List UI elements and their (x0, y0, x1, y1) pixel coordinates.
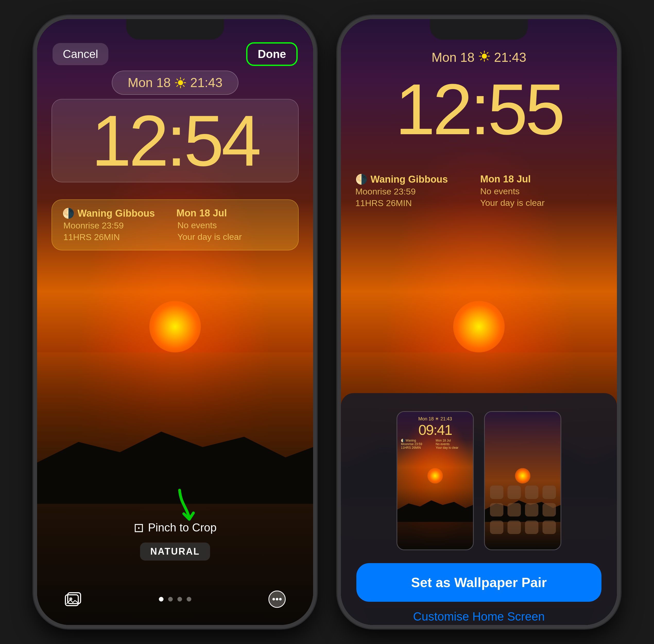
cancel-button[interactable]: Cancel (52, 43, 109, 65)
top-buttons-bar: Cancel Done (37, 42, 313, 66)
app-icon (490, 503, 504, 516)
svg-point-15 (279, 598, 282, 600)
svg-line-22 (487, 59, 488, 60)
right-cal-sub2: Your day is clear (480, 198, 603, 208)
right-date-widget: Mon 18 21:43 (431, 50, 526, 65)
bottom-sheet: Mon 18 ☀ 21:43 09:41 🌗 WaningMoonrise 23… (341, 393, 617, 625)
right-sun-icon (478, 50, 490, 65)
svg-line-6 (183, 85, 184, 86)
right-cal-title: Mon 18 Jul (480, 174, 603, 185)
svg-line-5 (177, 79, 178, 80)
moon-phase-label: Waning Gibbous (77, 208, 155, 219)
hs-sun (515, 468, 531, 484)
done-button[interactable]: Done (246, 42, 298, 66)
lock-screen-preview[interactable]: Mon 18 ☀ 21:43 09:41 🌗 WaningMoonrise 23… (397, 411, 474, 550)
natural-badge[interactable]: NATURAL (140, 543, 210, 560)
more-options-button[interactable] (267, 589, 287, 610)
right-cal-sub1: No events (480, 186, 603, 196)
app-icon (525, 521, 538, 534)
svg-line-21 (481, 52, 482, 53)
app-icon (525, 486, 538, 499)
time-label: 21:43 (190, 75, 223, 90)
right-info-widget: 🌗 Waning Gibbous Moonrise 23:59 11HRS 26… (355, 174, 603, 208)
app-icon (508, 486, 521, 499)
app-icon (508, 503, 521, 516)
right-date-label: Mon 18 (431, 50, 474, 65)
right-moon-label: Waning Gibbous (371, 174, 448, 185)
app-icon (542, 486, 556, 499)
photo-library-icon (64, 590, 82, 608)
thumb-sun (427, 468, 443, 484)
moon-phase-title: 🌗 Waning Gibbous (62, 208, 174, 219)
widget-left-col: 🌗 Waning Gibbous Moonrise 23:59 11HRS 26… (62, 208, 174, 242)
app-icon (542, 503, 556, 516)
svg-line-7 (183, 79, 184, 80)
dot-1 (159, 597, 164, 601)
right-moonhours: 11HRS 26MIN (355, 198, 477, 208)
app-icon (542, 521, 556, 534)
notch (126, 19, 224, 40)
right-date-text: Mon 18 21:43 (431, 50, 526, 65)
calendar-sub1: No events (177, 220, 288, 230)
right-phone: Mon 18 21:43 12:55 🌗 Waning Gibbous Moon… (337, 16, 621, 628)
sun-icon (175, 77, 186, 88)
clock-widget[interactable]: 12:54 (51, 99, 299, 182)
right-screen-content: Mon 18 21:43 12:55 🌗 Waning Gibbous Moon… (341, 19, 617, 625)
date-label: Mon 18 (128, 75, 171, 90)
date-widget[interactable]: Mon 18 21:43 (112, 71, 238, 95)
thumb-rock (397, 491, 473, 522)
svg-point-16 (482, 53, 487, 59)
dot-4 (187, 597, 191, 601)
right-moon-title: 🌗 Waning Gibbous (355, 174, 477, 185)
svg-point-0 (178, 80, 183, 85)
calendar-title: Mon 18 Jul (177, 208, 288, 219)
calendar-sub2: Your day is clear (177, 232, 288, 242)
moonrise-hours: 11HRS 26MIN (62, 232, 174, 242)
clock-time: 12:54 (62, 105, 288, 177)
svg-line-8 (177, 85, 178, 86)
page-dots (159, 597, 191, 601)
app-icon (490, 521, 504, 534)
left-screen-content: Cancel Done Mon 18 21:43 12:54 🌗 Waning … (37, 19, 313, 625)
right-moon-icon: 🌗 (355, 174, 368, 185)
thumb-date: Mon 18 ☀ 21:43 (401, 416, 469, 422)
left-phone: Cancel Done Mon 18 21:43 12:54 🌗 Waning … (33, 16, 317, 628)
right-clock: 12:55 (395, 73, 563, 145)
svg-line-23 (487, 52, 488, 53)
dot-3 (178, 597, 182, 601)
moon-phase-icon: 🌗 (62, 208, 74, 219)
info-widget[interactable]: 🌗 Waning Gibbous Moonrise 23:59 11HRS 26… (51, 199, 299, 250)
home-screen-preview[interactable] (484, 411, 561, 550)
right-moonrise: Moonrise 23:59 (355, 186, 477, 197)
right-widget-left: 🌗 Waning Gibbous Moonrise 23:59 11HRS 26… (355, 174, 477, 208)
thumb-lock-content: Mon 18 ☀ 21:43 09:41 🌗 WaningMoonrise 23… (397, 412, 473, 454)
dot-2 (168, 597, 173, 601)
moonrise-label: Moonrise 23:59 (62, 221, 174, 231)
photo-library-button[interactable] (63, 589, 84, 610)
right-notch (430, 19, 528, 40)
date-text: Mon 18 21:43 (128, 75, 223, 90)
bottom-toolbar (37, 589, 313, 610)
green-arrow (170, 487, 201, 525)
thumb-info: 🌗 WaningMoonrise 23:5911HRS 26MIN Mon 18… (401, 439, 469, 450)
svg-point-14 (276, 598, 278, 600)
app-icon (490, 486, 504, 499)
app-icon (525, 503, 538, 516)
customise-home-screen-button[interactable]: Customise Home Screen (413, 610, 544, 623)
set-wallpaper-pair-button[interactable]: Set as Wallpaper Pair (356, 563, 602, 602)
right-widget-right: Mon 18 Jul No events Your day is clear (480, 174, 603, 208)
right-time-label: 21:43 (494, 50, 526, 65)
widget-right-col: Mon 18 Jul No events Your day is clear (177, 208, 288, 242)
app-icon (508, 521, 521, 534)
crop-icon: ⊡ (134, 520, 144, 535)
svg-line-24 (481, 59, 482, 60)
preview-thumbnails-row: Mon 18 ☀ 21:43 09:41 🌗 WaningMoonrise 23… (397, 411, 561, 550)
thumb-time: 09:41 (401, 423, 469, 437)
app-icons-grid (490, 486, 555, 534)
svg-point-13 (273, 598, 275, 600)
more-options-icon (268, 590, 286, 608)
